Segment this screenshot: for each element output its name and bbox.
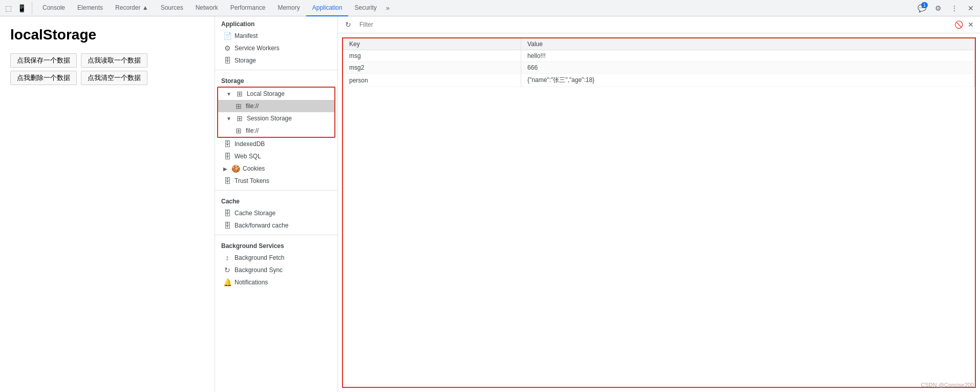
main-panel: ↻ 🚫 ✕ Key Value msghello!!!msg2666person… bbox=[338, 16, 980, 392]
inspect-icon[interactable]: ⬚ bbox=[2, 2, 14, 14]
tab-more[interactable]: » bbox=[383, 4, 393, 12]
value-column-header: Value bbox=[521, 38, 975, 50]
session-storage-arrow: ▼ bbox=[226, 116, 231, 121]
notification-btn[interactable]: 💬 1 bbox=[914, 1, 929, 15]
cookies-item[interactable]: ▶ 🍪 Cookies bbox=[215, 162, 337, 175]
page-area: localStorage 点我保存一个数据 点我读取一个数据 点我删除一个数据 … bbox=[0, 16, 215, 392]
backforward-cache-item[interactable]: 🗄 Back/forward cache bbox=[215, 219, 337, 232]
filter-input[interactable] bbox=[356, 20, 951, 29]
websql-label: Web SQL bbox=[235, 153, 261, 160]
storage-highlight-group: ▼ ⊞ Local Storage ⊞ file:// ▼ ⊞ Session … bbox=[217, 87, 335, 138]
bg-fetch-item[interactable]: ↕ Background Fetch bbox=[215, 252, 337, 264]
divider-3 bbox=[215, 235, 337, 235]
settings-btn[interactable]: ⚙ bbox=[931, 1, 945, 15]
btn-row-1: 点我保存一个数据 点我读取一个数据 bbox=[10, 53, 204, 68]
tab-performance[interactable]: Performance bbox=[224, 0, 272, 16]
local-storage-file-label: file:// bbox=[246, 102, 259, 110]
storage-label: Storage bbox=[235, 57, 256, 64]
indexeddb-icon: 🗄 bbox=[223, 140, 231, 148]
cache-storage-label: Cache Storage bbox=[235, 210, 275, 217]
application-section-header: Application bbox=[215, 16, 337, 30]
local-storage-label: Local Storage bbox=[247, 90, 285, 97]
close-devtools-btn[interactable]: ✕ bbox=[964, 1, 978, 15]
manifest-icon: 📄 bbox=[223, 32, 231, 40]
tab-recorder[interactable]: Recorder ▲ bbox=[109, 0, 155, 16]
refresh-btn[interactable]: ↻ bbox=[342, 18, 354, 31]
table-cell-value: {"name":"张三","age":18} bbox=[521, 74, 975, 87]
notifications-label: Notifications bbox=[235, 279, 268, 286]
divider-1 bbox=[215, 70, 337, 70]
tab-security[interactable]: Security bbox=[348, 0, 382, 16]
data-table-container: Key Value msghello!!!msg2666person{"name… bbox=[342, 37, 976, 388]
session-storage-item[interactable]: ▼ ⊞ Session Storage bbox=[218, 112, 334, 125]
trust-tokens-icon: 🗄 bbox=[223, 177, 231, 185]
tab-application[interactable]: Application bbox=[306, 0, 349, 16]
table-cell-value: hello!!! bbox=[521, 50, 975, 62]
btn-row-2: 点我删除一个数据 点我清空一个数据 bbox=[10, 71, 204, 85]
bg-sync-label: Background Sync bbox=[235, 266, 283, 274]
tab-bar: Console Elements Recorder ▲ Sources Netw… bbox=[36, 0, 914, 16]
page-title: localStorage bbox=[10, 27, 204, 43]
save-button[interactable]: 点我保存一个数据 bbox=[10, 53, 77, 68]
manifest-item[interactable]: 📄 Manifest bbox=[215, 30, 337, 42]
clear-filter-btn[interactable]: ✕ bbox=[966, 19, 976, 30]
notifications-icon: 🔔 bbox=[223, 278, 231, 286]
service-workers-label: Service Workers bbox=[235, 45, 280, 52]
bg-sync-item[interactable]: ↻ Background Sync bbox=[215, 264, 337, 276]
table-cell-key: person bbox=[343, 74, 521, 87]
trust-tokens-label: Trust Tokens bbox=[235, 177, 269, 184]
websql-item[interactable]: 🗄 Web SQL bbox=[215, 150, 337, 162]
table-row[interactable]: msg2666 bbox=[343, 62, 975, 74]
storage-icon: 🗄 bbox=[223, 56, 231, 65]
cache-section-header: Cache bbox=[215, 194, 337, 207]
top-bar-right: 💬 1 ⚙ ⋮ ✕ bbox=[914, 1, 978, 15]
tab-sources[interactable]: Sources bbox=[155, 0, 189, 16]
indexeddb-item[interactable]: 🗄 IndexedDB bbox=[215, 138, 337, 150]
service-workers-icon: ⚙ bbox=[223, 44, 231, 52]
divider-2 bbox=[215, 190, 337, 191]
local-storage-icon: ⊞ bbox=[236, 90, 244, 98]
bg-section-header: Background Services bbox=[215, 238, 337, 252]
indexeddb-label: IndexedDB bbox=[235, 140, 265, 148]
cache-storage-icon: 🗄 bbox=[223, 209, 231, 217]
clear-button[interactable]: 点我清空一个数据 bbox=[81, 71, 147, 85]
backforward-cache-icon: 🗄 bbox=[223, 221, 231, 230]
local-storage-file-item[interactable]: ⊞ file:// bbox=[218, 100, 334, 112]
session-storage-file-item[interactable]: ⊞ file:// bbox=[218, 125, 334, 137]
cookies-label: Cookies bbox=[243, 165, 265, 172]
table-cell-key: msg2 bbox=[343, 62, 521, 74]
sidebar: Application 📄 Manifest ⚙ Service Workers… bbox=[215, 16, 338, 392]
local-storage-file-icon: ⊞ bbox=[235, 102, 243, 110]
notification-badge: 1 bbox=[921, 2, 928, 8]
cookies-icon: 🍪 bbox=[231, 164, 240, 173]
main-content: localStorage 点我保存一个数据 点我读取一个数据 点我删除一个数据 … bbox=[0, 16, 980, 392]
tab-network[interactable]: Network bbox=[189, 0, 224, 16]
table-row[interactable]: msghello!!! bbox=[343, 50, 975, 62]
bg-sync-icon: ↻ bbox=[223, 266, 231, 274]
trust-tokens-item[interactable]: 🗄 Trust Tokens bbox=[215, 175, 337, 187]
delete-button[interactable]: 点我删除一个数据 bbox=[10, 71, 77, 85]
local-storage-item[interactable]: ▼ ⊞ Local Storage bbox=[218, 88, 334, 100]
cache-storage-item[interactable]: 🗄 Cache Storage bbox=[215, 207, 337, 219]
tab-console[interactable]: Console bbox=[36, 0, 71, 16]
block-btn[interactable]: 🚫 bbox=[953, 19, 964, 30]
devtools-panel: Application 📄 Manifest ⚙ Service Workers… bbox=[215, 16, 980, 392]
bg-fetch-icon: ↕ bbox=[223, 254, 231, 262]
backforward-cache-label: Back/forward cache bbox=[235, 222, 288, 229]
cookies-arrow: ▶ bbox=[223, 166, 227, 172]
tab-memory[interactable]: Memory bbox=[271, 0, 306, 16]
table-cell-value: 666 bbox=[521, 62, 975, 74]
websql-icon: 🗄 bbox=[223, 152, 231, 160]
read-button[interactable]: 点我读取一个数据 bbox=[81, 53, 147, 68]
bg-fetch-label: Background Fetch bbox=[235, 254, 284, 261]
storage-item[interactable]: 🗄 Storage bbox=[215, 54, 337, 67]
session-storage-icon: ⊞ bbox=[236, 114, 244, 122]
table-row[interactable]: person{"name":"张三","age":18} bbox=[343, 74, 975, 87]
tab-elements[interactable]: Elements bbox=[71, 0, 109, 16]
device-icon[interactable]: 📱 bbox=[15, 2, 28, 14]
table-cell-key: msg bbox=[343, 50, 521, 62]
service-workers-item[interactable]: ⚙ Service Workers bbox=[215, 42, 337, 54]
notifications-item[interactable]: 🔔 Notifications bbox=[215, 276, 337, 288]
more-btn[interactable]: ⋮ bbox=[947, 1, 962, 15]
storage-section-header: Storage bbox=[215, 73, 337, 87]
